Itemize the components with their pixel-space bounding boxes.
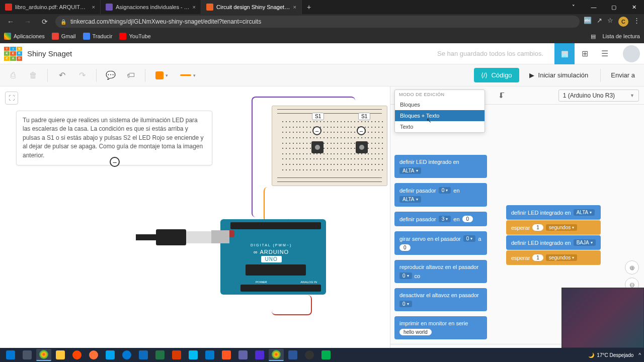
usb-cable[interactable] bbox=[136, 227, 216, 247]
terminal-icon[interactable]: – bbox=[312, 126, 321, 135]
taskbar-app[interactable] bbox=[285, 349, 300, 361]
close-button[interactable]: ✕ bbox=[624, 0, 644, 14]
apps-button[interactable]: Aplicaciones bbox=[4, 33, 45, 40]
code-block[interactable]: imprimir en monitor en seriehello world bbox=[394, 316, 487, 339]
task-view-button[interactable] bbox=[20, 349, 35, 361]
code-button[interactable]: ⟨/⟩Código bbox=[474, 68, 519, 82]
taskbar-app[interactable] bbox=[53, 349, 68, 361]
code-icon: ⟨/⟩ bbox=[481, 71, 488, 79]
play-icon: ▶ bbox=[529, 71, 534, 79]
code-block[interactable]: girar servo en el pasador0a0 bbox=[394, 231, 487, 255]
menu-icon[interactable]: ⋮ bbox=[633, 17, 640, 27]
undo-button[interactable]: ↶ bbox=[54, 67, 70, 83]
bookmark-item[interactable]: YouTube bbox=[119, 33, 150, 40]
translate-icon[interactable]: 🔤 bbox=[584, 17, 592, 27]
switch-label: S1 bbox=[312, 113, 324, 120]
block-palette[interactable]: definir LED integrado enALTA definir pas… bbox=[390, 105, 491, 344]
circuit-canvas[interactable]: ⛶ Tu padre quiere que realices un sistem… bbox=[0, 86, 390, 362]
code-block[interactable]: esperar1segundos bbox=[506, 220, 601, 235]
taskbar-app[interactable] bbox=[152, 349, 168, 361]
board-selector[interactable]: 1 (Arduino Uno R3)▼ bbox=[558, 89, 639, 102]
reload-button[interactable]: ⟳ bbox=[38, 15, 51, 28]
tray-chevron-icon[interactable]: ^ bbox=[638, 352, 641, 358]
maximize-button[interactable]: ▢ bbox=[604, 0, 624, 14]
schematic-view-button[interactable]: ⊞ bbox=[575, 43, 595, 64]
delete-button[interactable]: 🗑 bbox=[25, 67, 41, 83]
profile-avatar[interactable]: C bbox=[618, 17, 628, 27]
circuit-view-button[interactable]: ▦ bbox=[554, 43, 575, 64]
edit-mode-dropdown[interactable]: MODO DE EDICIÓN Bloques Bloques + Texto … bbox=[394, 89, 485, 133]
browser-titlebar: libro_arduino.pdf: ARQUITECTUR× Asignaci… bbox=[0, 0, 644, 14]
code-block[interactable]: definir pasador3en0 bbox=[394, 212, 487, 226]
close-icon[interactable]: × bbox=[193, 4, 196, 10]
taskbar-app[interactable] bbox=[219, 349, 234, 361]
terminal-icon[interactable]: – bbox=[357, 126, 366, 135]
user-avatar[interactable] bbox=[623, 45, 640, 62]
dropdown-option[interactable]: Texto bbox=[395, 121, 485, 132]
code-block[interactable]: reproducir altavoz en el pasador0co bbox=[394, 260, 487, 283]
minimize-button[interactable]: — bbox=[584, 0, 604, 14]
bookmark-item[interactable]: Traducir bbox=[83, 33, 113, 40]
reading-list-button[interactable]: ▤ Lista de lectura bbox=[591, 33, 640, 40]
annotation-button[interactable]: 💬 bbox=[103, 67, 119, 83]
taskbar-app[interactable] bbox=[302, 349, 317, 361]
chevron-down-icon[interactable]: ˅ bbox=[564, 0, 584, 14]
taskbar-app[interactable] bbox=[186, 349, 201, 361]
forward-button[interactable]: → bbox=[21, 15, 34, 28]
taskbar-app[interactable] bbox=[235, 349, 251, 361]
taskbar-app[interactable] bbox=[169, 349, 184, 361]
bookmark-item[interactable]: Gmail bbox=[52, 33, 76, 40]
redo-button[interactable]: ↷ bbox=[74, 67, 90, 83]
taskbar-app[interactable] bbox=[202, 349, 217, 361]
browser-tab[interactable]: Circuit design Shiny Snaget | Tin× bbox=[201, 0, 302, 14]
taskbar-app[interactable] bbox=[36, 349, 51, 361]
close-icon[interactable]: × bbox=[293, 4, 296, 10]
url-input[interactable]: 🔒 tinkercad.com/things/djIGLNmXweu-shiny… bbox=[55, 16, 580, 28]
taskbar-app[interactable] bbox=[103, 349, 118, 361]
app-header: TIN KER CAD Shiny Snaget Se han guardado… bbox=[0, 43, 644, 64]
dropdown-option[interactable]: Bloques + Texto bbox=[395, 110, 485, 121]
browser-tab[interactable]: libro_arduino.pdf: ARQUITECTUR× bbox=[0, 0, 101, 14]
code-block[interactable]: definir pasador0enALTA bbox=[394, 183, 487, 207]
back-button[interactable]: ← bbox=[4, 15, 17, 28]
copy-button[interactable]: ⎙ bbox=[5, 67, 21, 83]
share-icon[interactable]: ↗ bbox=[597, 17, 602, 27]
code-block[interactable]: esperar1segundos bbox=[506, 250, 601, 265]
zoom-fit-button[interactable]: ⛶ bbox=[5, 92, 18, 105]
code-block[interactable]: definir LED integrado enALTA bbox=[394, 155, 487, 178]
list-view-button[interactable]: ☰ bbox=[595, 43, 615, 64]
chevron-down-icon: ▼ bbox=[630, 93, 634, 98]
taskbar-app[interactable] bbox=[252, 349, 267, 361]
taskbar-app[interactable] bbox=[318, 349, 334, 361]
taskbar-app[interactable] bbox=[269, 349, 284, 361]
bookmark-icon[interactable]: ☆ bbox=[607, 17, 613, 27]
dropdown-option[interactable]: Bloques bbox=[395, 99, 485, 110]
annotation-anchor[interactable]: – bbox=[110, 157, 120, 167]
browser-tab[interactable]: Asignaciones individuales - TARE× bbox=[101, 0, 201, 14]
tinkercad-logo[interactable]: TIN KER CAD bbox=[4, 47, 22, 61]
project-name[interactable]: Shiny Snaget bbox=[27, 49, 72, 58]
taskbar-app[interactable] bbox=[86, 349, 101, 361]
taskbar-app[interactable] bbox=[136, 349, 151, 361]
component-color-picker[interactable]: ▾ bbox=[151, 69, 172, 81]
close-icon[interactable]: × bbox=[92, 4, 95, 10]
download-button[interactable]: ⬇̅ bbox=[496, 89, 506, 102]
wire-color-picker[interactable]: ▾ bbox=[176, 71, 200, 80]
arduino-uno[interactable]: DIGITAL (PWM~)∞ ARDUINOUNO POWER ANALOG … bbox=[220, 219, 326, 295]
code-block[interactable]: definir LED integrado enBAJA bbox=[506, 235, 601, 250]
zoom-in-button[interactable]: ⊕ bbox=[625, 260, 639, 275]
taskbar-app[interactable] bbox=[69, 349, 85, 361]
start-button[interactable] bbox=[3, 349, 18, 361]
weather-widget[interactable]: 🌙17°C Despejado bbox=[588, 352, 633, 358]
code-block[interactable]: desactivar el altavoz en pasador0 bbox=[394, 288, 487, 311]
taskbar-app[interactable] bbox=[119, 349, 134, 361]
label-toggle-button[interactable]: 🏷 bbox=[123, 67, 139, 83]
lock-icon: 🔒 bbox=[60, 19, 66, 25]
pushbutton-s2[interactable] bbox=[356, 141, 368, 153]
pushbutton-s1[interactable] bbox=[311, 141, 324, 153]
new-tab-button[interactable]: + bbox=[302, 0, 316, 14]
send-to-button[interactable]: Enviar a bbox=[607, 68, 639, 82]
code-block[interactable]: definir LED integrado enALTA bbox=[506, 205, 601, 220]
start-simulation-button[interactable]: ▶Iniciar simulación bbox=[523, 68, 595, 82]
list-icon: ▤ bbox=[591, 33, 596, 40]
